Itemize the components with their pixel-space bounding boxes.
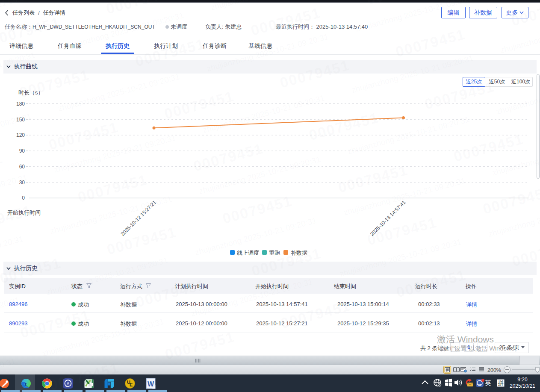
svg-text:30: 30 xyxy=(19,180,25,186)
svg-text:2025-10-13 14:57:41: 2025-10-13 14:57:41 xyxy=(369,199,407,237)
svg-text:60: 60 xyxy=(19,164,25,170)
svg-text:重跑: 重跑 xyxy=(269,250,280,256)
svg-text:200%: 200% xyxy=(487,367,501,373)
svg-text:补数据: 补数据 xyxy=(291,250,307,256)
svg-text:90: 90 xyxy=(19,148,25,154)
svg-text:英: 英 xyxy=(485,379,491,386)
svg-text:120: 120 xyxy=(16,132,25,138)
svg-text:线上调度: 线上调度 xyxy=(237,250,259,256)
svg-text:W: W xyxy=(148,380,154,388)
svg-text:#: # xyxy=(67,381,69,386)
svg-text:0: 0 xyxy=(22,195,25,201)
svg-text:150: 150 xyxy=(16,117,25,123)
svg-text:180: 180 xyxy=(16,101,25,107)
svg-text:拼: 拼 xyxy=(498,380,504,386)
svg-text:2025-10-12 15:27:21: 2025-10-12 15:27:21 xyxy=(119,199,157,237)
svg-text:开始执行时间: 开始执行时间 xyxy=(7,209,41,216)
svg-text:E: E xyxy=(130,382,133,387)
svg-text:时长（s）: 时长（s） xyxy=(18,89,44,96)
